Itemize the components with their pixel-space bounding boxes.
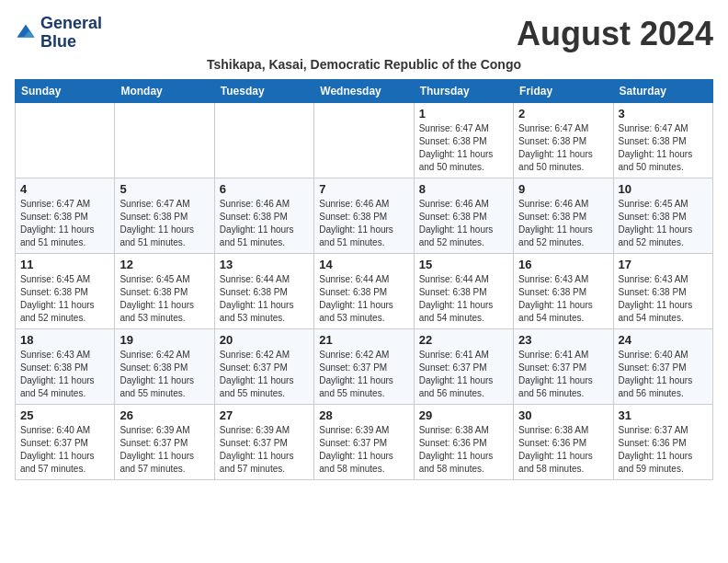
month-title: August 2024 [517, 15, 713, 53]
calendar-cell: 18Sunrise: 6:43 AM Sunset: 6:38 PM Dayli… [16, 329, 115, 405]
weekday-header-friday: Friday [514, 80, 613, 103]
day-info: Sunrise: 6:43 AM Sunset: 6:38 PM Dayligh… [20, 349, 109, 400]
day-number: 24 [619, 333, 708, 347]
day-number: 29 [419, 408, 508, 422]
calendar-cell: 7Sunrise: 6:46 AM Sunset: 6:38 PM Daylig… [314, 178, 414, 254]
calendar-cell: 10Sunrise: 6:45 AM Sunset: 6:38 PM Dayli… [613, 178, 712, 254]
calendar-cell: 25Sunrise: 6:40 AM Sunset: 6:37 PM Dayli… [16, 405, 115, 480]
calendar-cell: 28Sunrise: 6:39 AM Sunset: 6:37 PM Dayli… [314, 405, 414, 480]
day-info: Sunrise: 6:45 AM Sunset: 6:38 PM Dayligh… [119, 273, 209, 325]
day-info: Sunrise: 6:41 AM Sunset: 6:37 PM Dayligh… [419, 349, 508, 400]
calendar-week-row: 1Sunrise: 6:47 AM Sunset: 6:38 PM Daylig… [16, 103, 713, 178]
calendar-table: SundayMondayTuesdayWednesdayThursdayFrid… [15, 79, 713, 480]
calendar-cell: 24Sunrise: 6:40 AM Sunset: 6:37 PM Dayli… [613, 329, 712, 405]
day-info: Sunrise: 6:37 AM Sunset: 6:36 PM Dayligh… [619, 424, 708, 476]
calendar-cell: 31Sunrise: 6:37 AM Sunset: 6:36 PM Dayli… [613, 405, 712, 480]
weekday-header-saturday: Saturday [613, 80, 712, 103]
day-number: 19 [119, 333, 209, 347]
day-number: 5 [119, 182, 209, 196]
day-info: Sunrise: 6:46 AM Sunset: 6:38 PM Dayligh… [220, 198, 309, 249]
calendar-cell: 26Sunrise: 6:39 AM Sunset: 6:37 PM Dayli… [115, 405, 214, 480]
weekday-header-sunday: Sunday [16, 80, 115, 103]
calendar-cell: 20Sunrise: 6:42 AM Sunset: 6:37 PM Dayli… [214, 329, 313, 405]
day-info: Sunrise: 6:47 AM Sunset: 6:38 PM Dayligh… [518, 122, 608, 174]
calendar-cell [115, 103, 214, 178]
day-info: Sunrise: 6:40 AM Sunset: 6:37 PM Dayligh… [619, 349, 708, 400]
day-info: Sunrise: 6:42 AM Sunset: 6:38 PM Dayligh… [119, 349, 209, 400]
day-number: 3 [619, 107, 708, 121]
calendar-cell: 6Sunrise: 6:46 AM Sunset: 6:38 PM Daylig… [214, 178, 313, 254]
day-info: Sunrise: 6:43 AM Sunset: 6:38 PM Dayligh… [518, 273, 608, 325]
calendar-subtitle: Tshikapa, Kasai, Democratic Republic of … [15, 57, 713, 72]
day-number: 16 [518, 258, 608, 271]
calendar-cell: 13Sunrise: 6:44 AM Sunset: 6:38 PM Dayli… [214, 254, 313, 329]
day-number: 23 [518, 333, 608, 347]
calendar-cell: 5Sunrise: 6:47 AM Sunset: 6:38 PM Daylig… [115, 178, 214, 254]
day-number: 13 [220, 258, 309, 271]
calendar-cell: 27Sunrise: 6:39 AM Sunset: 6:37 PM Dayli… [214, 405, 313, 480]
day-number: 28 [319, 408, 408, 422]
day-info: Sunrise: 6:44 AM Sunset: 6:38 PM Dayligh… [419, 273, 508, 325]
day-number: 10 [619, 182, 708, 196]
calendar-week-row: 11Sunrise: 6:45 AM Sunset: 6:38 PM Dayli… [16, 254, 713, 329]
logo-icon [15, 22, 37, 44]
day-info: Sunrise: 6:45 AM Sunset: 6:38 PM Dayligh… [20, 273, 109, 325]
day-info: Sunrise: 6:38 AM Sunset: 6:36 PM Dayligh… [518, 424, 608, 476]
calendar-cell: 29Sunrise: 6:38 AM Sunset: 6:36 PM Dayli… [414, 405, 513, 480]
day-info: Sunrise: 6:46 AM Sunset: 6:38 PM Dayligh… [518, 198, 608, 249]
day-info: Sunrise: 6:42 AM Sunset: 6:37 PM Dayligh… [220, 349, 309, 400]
day-info: Sunrise: 6:42 AM Sunset: 6:37 PM Dayligh… [319, 349, 408, 400]
day-info: Sunrise: 6:46 AM Sunset: 6:38 PM Dayligh… [319, 198, 408, 249]
day-number: 14 [319, 258, 408, 271]
day-info: Sunrise: 6:43 AM Sunset: 6:38 PM Dayligh… [619, 273, 708, 325]
calendar-cell [16, 103, 115, 178]
day-info: Sunrise: 6:47 AM Sunset: 6:38 PM Dayligh… [419, 122, 508, 174]
day-info: Sunrise: 6:39 AM Sunset: 6:37 PM Dayligh… [319, 424, 408, 476]
day-number: 15 [419, 258, 508, 271]
day-number: 7 [319, 182, 408, 196]
calendar-cell: 12Sunrise: 6:45 AM Sunset: 6:38 PM Dayli… [115, 254, 214, 329]
calendar-cell: 23Sunrise: 6:41 AM Sunset: 6:37 PM Dayli… [514, 329, 613, 405]
day-info: Sunrise: 6:44 AM Sunset: 6:38 PM Dayligh… [319, 273, 408, 325]
calendar-cell: 14Sunrise: 6:44 AM Sunset: 6:38 PM Dayli… [314, 254, 414, 329]
calendar-cell: 22Sunrise: 6:41 AM Sunset: 6:37 PM Dayli… [414, 329, 513, 405]
calendar-cell: 19Sunrise: 6:42 AM Sunset: 6:38 PM Dayli… [115, 329, 214, 405]
day-info: Sunrise: 6:40 AM Sunset: 6:37 PM Dayligh… [20, 424, 109, 476]
day-number: 31 [619, 408, 708, 422]
day-info: Sunrise: 6:39 AM Sunset: 6:37 PM Dayligh… [220, 424, 309, 476]
day-number: 9 [518, 182, 608, 196]
calendar-week-row: 18Sunrise: 6:43 AM Sunset: 6:38 PM Dayli… [16, 329, 713, 405]
calendar-cell: 4Sunrise: 6:47 AM Sunset: 6:38 PM Daylig… [16, 178, 115, 254]
weekday-header-thursday: Thursday [414, 80, 513, 103]
weekday-header-row: SundayMondayTuesdayWednesdayThursdayFrid… [16, 80, 713, 103]
day-number: 21 [319, 333, 408, 347]
logo-text: General Blue [40, 15, 102, 52]
calendar-cell: 2Sunrise: 6:47 AM Sunset: 6:38 PM Daylig… [514, 103, 613, 178]
day-number: 26 [119, 408, 209, 422]
day-number: 6 [220, 182, 309, 196]
weekday-header-tuesday: Tuesday [214, 80, 313, 103]
calendar-cell: 15Sunrise: 6:44 AM Sunset: 6:38 PM Dayli… [414, 254, 513, 329]
calendar-week-row: 25Sunrise: 6:40 AM Sunset: 6:37 PM Dayli… [16, 405, 713, 480]
day-number: 12 [119, 258, 209, 271]
day-info: Sunrise: 6:41 AM Sunset: 6:37 PM Dayligh… [518, 349, 608, 400]
day-info: Sunrise: 6:47 AM Sunset: 6:38 PM Dayligh… [619, 122, 708, 174]
day-number: 4 [20, 182, 109, 196]
calendar-week-row: 4Sunrise: 6:47 AM Sunset: 6:38 PM Daylig… [16, 178, 713, 254]
day-number: 18 [20, 333, 109, 347]
day-info: Sunrise: 6:45 AM Sunset: 6:38 PM Dayligh… [619, 198, 708, 249]
calendar-cell: 9Sunrise: 6:46 AM Sunset: 6:38 PM Daylig… [514, 178, 613, 254]
calendar-cell: 11Sunrise: 6:45 AM Sunset: 6:38 PM Dayli… [16, 254, 115, 329]
calendar-cell [314, 103, 414, 178]
logo: General Blue [15, 15, 102, 52]
calendar-cell: 17Sunrise: 6:43 AM Sunset: 6:38 PM Dayli… [613, 254, 712, 329]
day-number: 30 [518, 408, 608, 422]
day-info: Sunrise: 6:47 AM Sunset: 6:38 PM Dayligh… [20, 198, 109, 249]
calendar-cell: 3Sunrise: 6:47 AM Sunset: 6:38 PM Daylig… [613, 103, 712, 178]
day-info: Sunrise: 6:46 AM Sunset: 6:38 PM Dayligh… [419, 198, 508, 249]
weekday-header-wednesday: Wednesday [314, 80, 414, 103]
day-number: 11 [20, 258, 109, 271]
calendar-cell: 1Sunrise: 6:47 AM Sunset: 6:38 PM Daylig… [414, 103, 513, 178]
weekday-header-monday: Monday [115, 80, 214, 103]
day-number: 1 [419, 107, 508, 121]
